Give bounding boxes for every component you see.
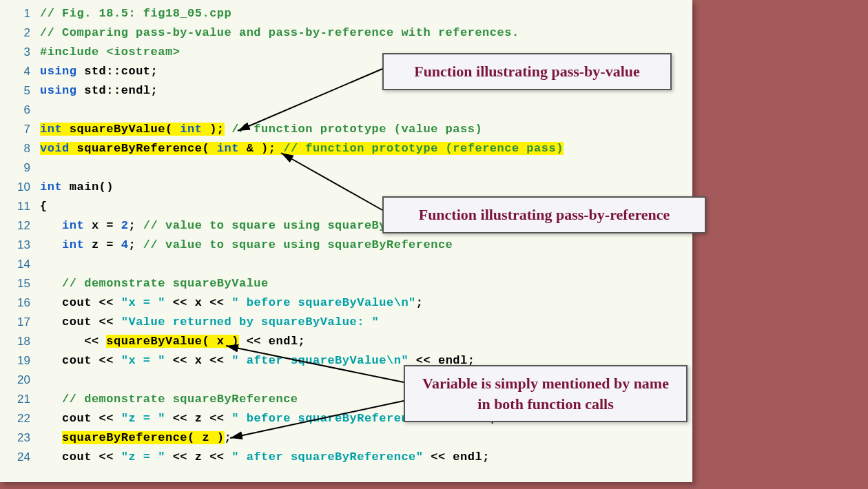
highlighted-call: squareByValue( x ) [106,335,239,348]
line-number: 11 [0,197,40,216]
keyword: void [40,142,70,155]
comment: // value to square using squareByReferen… [136,238,453,251]
line-number: 4 [0,62,40,81]
code-text: cout << [62,315,121,329]
code-line: 8void squareByReference( int & ); // fun… [0,139,692,158]
code-text: cout << [62,450,121,464]
line-number: 24 [0,448,40,467]
string: "Value returned by squareByValue: " [121,315,380,329]
code-text: squareByReference( [70,142,217,155]
code-text: << z << [165,412,231,425]
code-line: 2// Comparing pass-by-value and pass-by-… [0,23,692,43]
code-line: 24 cout << "z = " << z << " after square… [0,448,692,467]
code-text: cout << [62,412,121,425]
comment: // Comparing pass-by-value and pass-by-r… [40,26,519,39]
comment: // demonstrate squareByReference [62,393,298,406]
line-number: 3 [0,43,40,62]
line-number: 5 [0,81,40,101]
string: "z = " [121,412,165,425]
code-text: cout << [62,354,121,367]
callout-variable-name: Variable is simply mentioned by name in … [404,365,688,422]
comment: // Fig. 18.5: fig18_05.cpp [40,7,231,20]
code-text: << [84,335,106,348]
code-line: 7int squareByValue( int ); // function p… [0,120,692,139]
code-text: << x << [165,296,231,309]
code-text: { [40,200,48,213]
code-line: 9 [0,158,692,178]
comment: // value to square using squareByValue [136,219,423,232]
comment: // demonstrate squareByValue [62,277,269,290]
keyword: int [62,219,84,232]
code-line: 23 squareByReference( z ); [0,428,692,448]
code-line: 15 // demonstrate squareByValue [0,274,692,293]
code-text: std::cout; [77,65,158,78]
callout-text: Function illustrating pass-by-value [414,63,640,80]
code-line: 16 cout << "x = " << x << " before squar… [0,293,692,313]
code-text: x = [84,219,121,232]
line-number: 14 [0,255,40,274]
line-number: 7 [0,120,40,139]
callout-text: Variable is simply mentioned by name in … [422,375,669,413]
line-number: 15 [0,274,40,293]
string: " before squareByValue\n" [231,296,416,309]
keyword: int [40,123,62,136]
line-number: 1 [0,4,40,23]
code-text: << z << [165,450,231,464]
line-number: 20 [0,371,40,390]
keyword: using [40,65,77,78]
string: "z = " [121,450,165,464]
keyword: int [217,142,239,155]
code-text: ); [202,123,224,136]
code-text: z = [84,238,121,251]
line-number: 12 [0,216,40,236]
highlighted-call: squareByReference( z ) [62,431,224,444]
code-text: << x << [165,354,231,367]
preprocessor: #include <iostream> [40,45,180,59]
string: "x = " [121,354,165,367]
line-number: 2 [0,23,40,43]
keyword: int [40,180,62,194]
code-line: 6 [0,101,692,120]
string: " after squareByReference" [231,450,423,464]
code-line: 17 cout << "Value returned by squareByVa… [0,313,692,332]
code-text: cout << [62,296,121,309]
code-text: std::endl; [77,84,158,97]
line-number: 19 [0,351,40,371]
line-number: 16 [0,293,40,313]
code-line: 14 [0,255,692,274]
keyword: int [62,238,84,251]
string: " before squareByReference" [231,412,431,425]
line-number: 6 [0,101,40,120]
line-number: 18 [0,332,40,351]
keyword: using [40,84,77,97]
line-number: 8 [0,139,40,158]
line-number: 13 [0,236,40,255]
code-text: & ); [239,142,276,155]
line-number: 23 [0,428,40,448]
callout-pass-by-reference: Function illustrating pass-by-reference [382,196,706,233]
callout-pass-by-value: Function illustrating pass-by-value [382,53,672,90]
number: 2 [121,219,129,232]
line-number: 21 [0,390,40,409]
string: "x = " [121,296,165,309]
code-line: 18 << squareByValue( x ) << endl; [0,332,692,351]
string: " after squareByValue\n" [231,354,409,367]
number: 4 [121,238,129,251]
callout-text: Function illustrating pass-by-reference [419,206,670,223]
code-text: squareByValue( [62,123,180,136]
line-number: 22 [0,409,40,428]
comment: // function prototype (value pass) [225,123,483,136]
code-line: 13 int z = 4; // value to square using s… [0,236,692,255]
keyword: int [180,123,202,136]
line-number: 9 [0,158,40,178]
code-line: 10int main() [0,178,692,197]
line-number: 17 [0,313,40,332]
code-line: 1// Fig. 18.5: fig18_05.cpp [0,4,692,23]
code-text: << endl; [239,335,305,348]
comment: // function prototype (reference pass) [276,142,563,155]
code-text: main() [62,180,114,194]
line-number: 10 [0,178,40,197]
